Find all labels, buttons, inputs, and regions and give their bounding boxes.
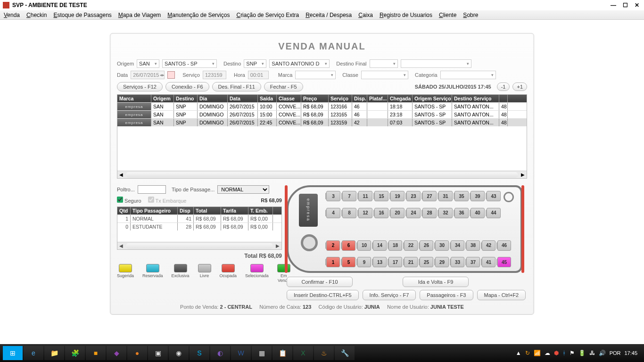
seat-1[interactable]: 1 [326,257,340,267]
seat-38[interactable]: 38 [466,240,480,251]
fechar-button[interactable]: Fechar - F5 [264,82,303,91]
seat-45[interactable]: 45 [497,257,511,267]
tray-wifi-icon[interactable]: 📶 [534,350,541,356]
col-header[interactable]: Origem [151,95,174,102]
destino-final-name-field[interactable]: ▾ [401,59,471,68]
table-row[interactable]: empresaSANSNPDOMINGO26/07/201510:00CONVE… [117,102,527,110]
seat-8[interactable]: 8 [342,208,356,218]
tray-lang[interactable]: POR [610,350,621,356]
seat-39[interactable]: 39 [471,191,485,201]
origem-name-field[interactable]: SANTOS - SP▾ [162,59,217,68]
tray-cloud-icon[interactable]: ☁ [545,350,550,356]
menu-venda[interactable]: Venda [4,12,20,18]
taskbar-excel-icon[interactable]: X [293,346,313,360]
info-servico-button[interactable]: Info. Serviço - F7 [363,290,416,300]
origem-code-field[interactable]: SAN▾ [137,59,159,68]
seat-33[interactable]: 33 [451,257,464,267]
seat-6[interactable]: 6 [342,240,355,251]
taskbar-chrome-icon[interactable]: ◉ [169,346,189,360]
tray-bt-icon[interactable]: ᚼ [562,350,566,356]
minimize-button[interactable]: — [609,2,618,8]
start-button[interactable]: ⊞ [3,346,23,360]
destino-name-field[interactable]: SANTO ANTONIO D▾ [269,59,330,68]
mini-hscroll[interactable]: ◀▶ [117,242,281,249]
taskbar-firefox-icon[interactable]: ● [127,346,147,360]
seat-30[interactable]: 30 [435,240,449,251]
calendar-icon[interactable] [167,71,175,79]
tipo-select[interactable]: NORMAL [217,185,269,194]
seat-13[interactable]: 13 [373,257,387,267]
taskbar-skype-icon[interactable]: S [190,346,209,360]
col-header[interactable]: Destino [174,95,198,102]
seat-24[interactable]: 24 [406,208,421,218]
menu-manuten-o-de-servi-os[interactable]: Manutenção de Serviços [167,12,230,18]
table-row[interactable]: empresaSANSNPDOMINGO26/07/201522:45CONVE… [117,118,527,126]
seat-3[interactable]: 3 [326,191,340,201]
col-header[interactable]: Saída [258,95,277,102]
seat-2[interactable]: 2 [326,240,340,251]
maximize-button[interactable]: ☐ [621,2,630,8]
seat-34[interactable]: 34 [451,240,464,251]
tray-flag-icon[interactable]: ⚑ [570,350,575,356]
seat-42[interactable]: 42 [482,240,495,251]
menu-registro-de-usuarios[interactable]: Registro de Usuarios [380,12,432,18]
inserir-destino-button[interactable]: Inserir Destino-CTRL+F5 [287,290,359,300]
seat-43[interactable]: 43 [487,191,501,201]
taskbar-app6-icon[interactable]: 🔧 [335,346,355,360]
destino-final-code-field[interactable]: ▾ [370,59,398,68]
txembarque-checkbox[interactable]: Tx Embarque [148,197,187,204]
taskbar-app3-icon[interactable]: ◆ [107,346,126,360]
tray-shield-icon[interactable]: ⬢ [554,350,559,356]
col-header[interactable]: Dia [198,95,228,102]
system-tray[interactable]: ▲ ↻ 📶 ☁ ⬢ ᚼ ⚑ 🔋 🖧 🔊 POR 17:45 [516,350,641,356]
taskbar-explorer-icon[interactable]: 📁 [44,346,64,360]
seat-12[interactable]: 12 [358,208,372,218]
col-header[interactable]: Preço [301,95,329,102]
taskbar-java-icon[interactable]: ♨ [314,346,334,360]
seat-46[interactable]: 46 [497,240,511,251]
grid-hscroll[interactable]: ◀▶ [117,171,527,178]
seat-11[interactable]: 11 [358,191,372,201]
menu-estoque-de-passagens[interactable]: Estoque de Passagens [53,12,111,18]
seat-36[interactable]: 36 [454,208,469,218]
taskbar-app4-icon[interactable]: ▣ [148,346,168,360]
col-header[interactable]: Origem Serviço [413,95,452,102]
col-header[interactable]: Plataf... [367,95,388,102]
seat-7[interactable]: 7 [342,191,356,201]
poltrona-input[interactable] [138,185,166,194]
seat-35[interactable]: 35 [454,191,469,201]
day-plus-button[interactable]: +1 [512,82,527,91]
col-header[interactable]: Marca [117,95,151,102]
col-header[interactable] [499,95,508,102]
col-header[interactable]: Data [228,95,258,102]
table-row[interactable]: empresaSANSNPDOMINGO26/07/201515:00CONVE… [117,110,527,118]
confirmar-button[interactable]: Confirmar - F10 [287,277,353,287]
tray-sync-icon[interactable]: ↻ [525,350,530,356]
seat-22[interactable]: 22 [404,240,418,251]
menu-cliente[interactable]: Cliente [439,12,456,18]
seat-37[interactable]: 37 [466,257,480,267]
desfinal-button[interactable]: Des. Final - F11 [212,82,261,91]
seat-19[interactable]: 19 [390,191,405,201]
col-header[interactable]: Classe [277,95,301,102]
tray-vol-icon[interactable]: 🔊 [599,350,606,356]
menu-cria-o-de-servi-o-extra[interactable]: Criação de Serviço Extra [236,12,299,18]
seat-18[interactable]: 18 [388,240,402,251]
mapa-button[interactable]: Mapa - Ctrl+F2 [477,290,526,300]
seat-25[interactable]: 25 [420,257,433,267]
servicos-button[interactable]: Serviços - F12 [117,82,163,91]
seat-29[interactable]: 29 [435,257,449,267]
seat-4[interactable]: 4 [326,208,340,218]
seat-21[interactable]: 21 [404,257,418,267]
seat-17[interactable]: 17 [388,257,402,267]
taskbar-app5-icon[interactable]: ▦ [252,346,272,360]
marca-field[interactable]: ▾ [295,71,336,79]
col-header[interactable]: Disp. [352,95,367,102]
day-minus-button[interactable]: -1 [497,82,510,91]
taskbar-eclipse-icon[interactable]: ◐ [210,346,230,360]
menu-sobre[interactable]: Sobre [463,12,478,18]
seat-32[interactable]: 32 [438,208,453,218]
data-field[interactable]: 26/07/2015◂▸ [131,71,165,79]
tray-net-icon[interactable]: 🖧 [589,350,595,356]
menu-mapa-de-viagem[interactable]: Mapa de Viagem [118,12,161,18]
